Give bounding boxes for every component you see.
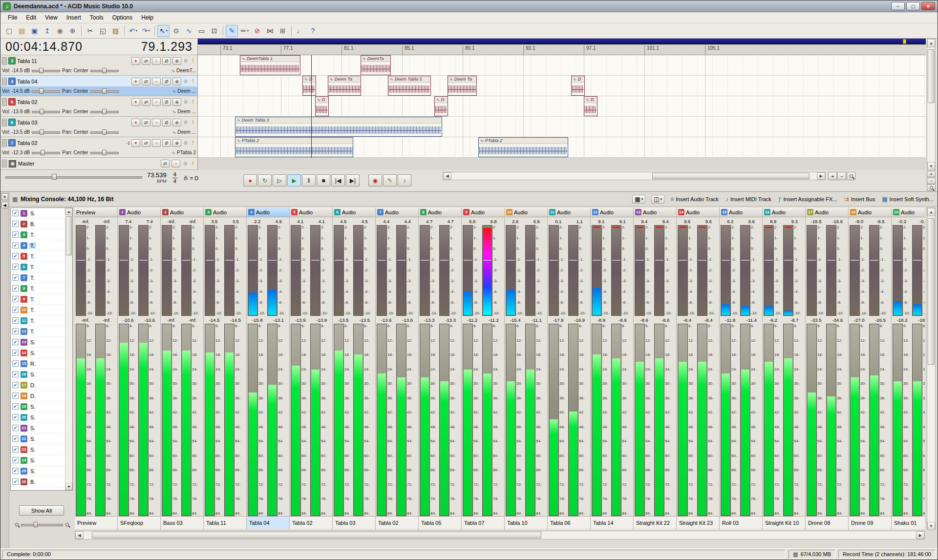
visibility-checkbox[interactable]: ✔ — [12, 414, 19, 420]
visibility-checkbox[interactable]: ✔ — [12, 285, 19, 291]
metronome-count-button[interactable]: ◉ — [368, 174, 382, 187]
scroll-left-icon[interactable]: ◀ — [75, 531, 84, 539]
meter-bar-left[interactable] — [635, 225, 645, 316]
scroll-thumb[interactable] — [928, 218, 935, 365]
zoom-out-time-button[interactable]: － — [837, 172, 846, 180]
audio-clip[interactable]: ∿PTabla 2 — [235, 137, 353, 157]
channel-list-item[interactable]: ✔10T. — [11, 305, 65, 315]
channel-header[interactable]: 1 Audio — [118, 207, 160, 217]
track-fx-button[interactable]: ▫ — [152, 119, 161, 126]
master-fx-button[interactable]: ▫ — [171, 160, 180, 167]
master-routing-icon[interactable]: ⇄ — [161, 160, 170, 167]
save-icon[interactable]: ▣ — [28, 25, 41, 37]
meter-bar-right[interactable] — [869, 225, 879, 316]
audio-clip[interactable]: ∿D — [434, 96, 448, 116]
mixer-channel-strip[interactable]: 2 Audio -Inf.-Inf. 210-1-2-3-4-6-10 210-… — [161, 207, 204, 530]
channel-header[interactable]: 4 Audio — [247, 207, 289, 217]
scroll-down-icon[interactable]: ▼ — [65, 483, 72, 490]
record-arm-button[interactable]: ● — [131, 119, 140, 126]
visibility-checkbox[interactable]: ✔ — [12, 403, 19, 410]
open-file-icon[interactable]: ▤ — [16, 25, 28, 37]
channel-list-item[interactable]: ✔13S. — [11, 337, 65, 348]
scroll-up-icon[interactable]: ▲ — [927, 39, 935, 47]
menu-file[interactable]: File — [3, 13, 21, 22]
channel-name[interactable]: SFeqloop — [118, 516, 160, 529]
gain-fader-meter[interactable]: 210-1-2-3-4-6-10 210-1-2-3-4-6-10 — [462, 225, 504, 316]
channel-name[interactable]: Tabla 02 — [376, 516, 418, 529]
mute-button[interactable]: Ø — [162, 139, 171, 147]
audio-clip[interactable]: ∿Deem Tabla 3 — [235, 117, 442, 137]
close-mixer-icon[interactable]: ✕ — [1, 193, 8, 200]
erase-tool-icon[interactable]: ⊘ — [251, 25, 263, 37]
meter-bar-left[interactable] — [291, 225, 301, 316]
visibility-checkbox[interactable]: ✔ — [12, 296, 19, 302]
channel-header[interactable]: 11 Audio — [548, 207, 590, 217]
pan-label[interactable]: Pan: Center — [62, 150, 88, 155]
channel-list-item[interactable]: ✔15R. — [11, 358, 65, 369]
channel-list-item[interactable]: ✔11T. — [11, 315, 65, 326]
scroll-thumb[interactable] — [928, 49, 935, 103]
list-scrollbar[interactable]: ▲ ▼ — [65, 208, 72, 490]
channel-name[interactable]: Roll 03 — [720, 516, 762, 529]
track-fx-button[interactable]: ▫ — [152, 98, 161, 106]
pan-slider[interactable] — [90, 150, 119, 155]
channel-header[interactable]: 19 Audio — [892, 207, 925, 217]
visibility-checkbox[interactable]: ✔ — [12, 371, 19, 377]
channel-list-item[interactable]: ✔25S. — [11, 466, 65, 477]
window-titlebar[interactable]: ♫ Deemdanna.acd * - ACID Music Studio 10… — [0, 0, 938, 12]
gain-fader-meter[interactable]: 210-1-2-3-4-6-10 210-1-2-3-4-6-10 — [204, 225, 246, 316]
meter-bar-right[interactable] — [783, 225, 793, 316]
channel-header[interactable]: 10 Audio — [505, 207, 547, 217]
channel-list-item[interactable]: ✔20S. — [11, 412, 65, 423]
new-file-icon[interactable]: ▢ — [3, 25, 15, 37]
meter-options-button[interactable]: ◫▾ — [651, 195, 664, 204]
sign-in-icon[interactable]: ◉ — [54, 25, 66, 37]
channel-name[interactable]: Straight Kit 23 — [677, 516, 719, 529]
timeline[interactable]: 73.177.181.185.189.193.197.1101.1105.1 ∿… — [198, 39, 926, 170]
channel-list-item[interactable]: ✔16S. — [11, 369, 65, 380]
track-header[interactable]: 3 Tabla 11 ● ⇄ ▫ Ø ⊕ ⊘ ! Vol: -14.5 dB P… — [0, 55, 197, 76]
meter-bar-left[interactable] — [119, 225, 129, 316]
channel-list-item[interactable]: ✔23S. — [11, 444, 65, 455]
gain-fader-meter[interactable]: 210-1-2-3-4-6-10 210-1-2-3-4-6-10 — [376, 225, 418, 316]
track-grip[interactable] — [2, 160, 7, 167]
channel-list-item[interactable]: ✔21S. — [11, 423, 65, 434]
gain-fader-meter[interactable]: 210-1-2-3-4-6-10 210-1-2-3-4-6-10 — [763, 225, 805, 316]
meter-bar-left[interactable] — [420, 225, 430, 316]
menu-insert[interactable]: Insert — [62, 13, 85, 22]
solo-button[interactable]: ⊕ — [172, 57, 181, 65]
scroll-thumb[interactable] — [66, 216, 72, 255]
channel-list-item[interactable]: ✔18D. — [11, 391, 65, 401]
track-name[interactable]: Tabla 03 — [17, 120, 38, 125]
go-to-start-button[interactable]: |◀ — [331, 174, 345, 187]
gain-fader-meter[interactable]: 210-1-2-3-4-6-10 210-1-2-3-4-6-10 — [333, 225, 375, 316]
visibility-checkbox[interactable]: ✔ — [12, 274, 19, 281]
meter-bar-right[interactable] — [697, 225, 707, 316]
meter-bar-left[interactable] — [850, 225, 860, 316]
solo-button[interactable]: ⊕ — [172, 98, 181, 106]
channel-list-item[interactable]: ✔9T. — [11, 294, 65, 305]
gain-fader-meter[interactable]: 210-1-2-3-4-6-10 210-1-2-3-4-6-10 — [591, 225, 633, 316]
scroll-right-icon[interactable]: ▶ — [916, 531, 924, 539]
pan-slider[interactable] — [90, 109, 119, 114]
solo-button[interactable]: ⊕ — [172, 139, 181, 147]
gain-fader-meter[interactable]: 210-1-2-3-4-6-10 210-1-2-3-4-6-10 — [419, 225, 461, 316]
menu-edit[interactable]: Edit — [21, 13, 41, 22]
close-button[interactable]: ✕ — [921, 2, 935, 10]
channel-name[interactable]: Tabla 07 — [462, 516, 504, 529]
end-marker[interactable] — [903, 39, 906, 44]
meter-bar-right[interactable] — [826, 225, 836, 316]
menu-tools[interactable]: Tools — [85, 13, 108, 22]
scroll-right-icon[interactable]: ▶ — [817, 172, 825, 180]
routing-icon[interactable]: ⇄ — [142, 98, 150, 106]
visibility-checkbox[interactable]: ✔ — [12, 425, 19, 431]
metronome-icon[interactable]: ♩ — [294, 25, 306, 37]
audio-clip[interactable]: ∿D — [302, 76, 316, 96]
volume-slider[interactable] — [32, 88, 60, 94]
mixer-channel-strip[interactable]: 10 Audio 2.66.9 210-1-2-3-4-6-10 210-1-2… — [505, 207, 548, 530]
gain-fader-meter[interactable]: 210-1-2-3-4-6-10 210-1-2-3-4-6-10 — [247, 225, 289, 316]
channel-list-item[interactable]: ✔3T. — [11, 229, 65, 240]
meter-bar-left[interactable] — [764, 225, 774, 316]
visibility-checkbox[interactable]: ✔ — [12, 393, 19, 399]
mixer-view-button[interactable]: ▦▾ — [632, 195, 645, 204]
